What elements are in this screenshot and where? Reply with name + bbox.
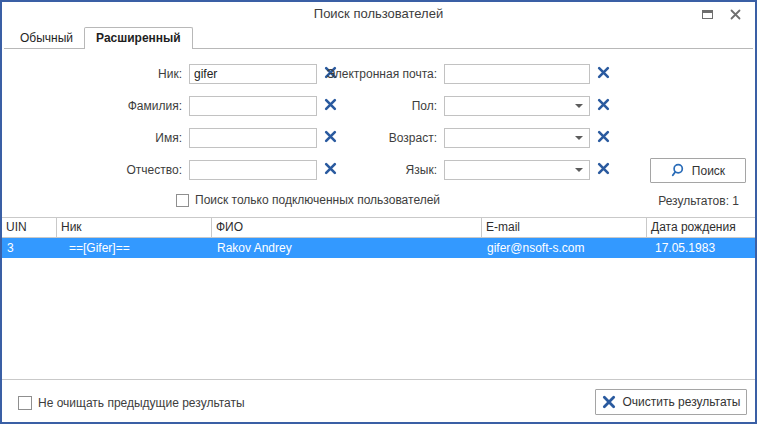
nick-label: Ник: [42, 64, 182, 84]
keep-results-label: Не очищать предыдущие результаты [38, 396, 245, 411]
titlebar: Поиск пользователей [2, 2, 755, 27]
cell-nick: ==[Gifer]== [57, 238, 212, 258]
close-button[interactable] [725, 6, 745, 23]
close-icon [730, 9, 741, 20]
chevron-down-icon[interactable] [575, 168, 583, 172]
language-label: Язык: [297, 160, 437, 180]
search-button[interactable]: Поиск [650, 158, 746, 183]
gender-label: Пол: [297, 96, 437, 116]
footer-separator [2, 379, 755, 380]
cell-uin: 3 [2, 238, 57, 258]
results-table-header: UIN Ник ФИО E-mail Дата рождения [2, 217, 755, 238]
x-icon [597, 98, 610, 111]
search-button-label: Поиск [692, 164, 725, 178]
result-row-selected[interactable]: 3 ==[Gifer]== Rakov Andrey gifer@nsoft-s… [2, 238, 755, 258]
results-count: Результатов: 1 [658, 194, 739, 208]
x-icon [597, 66, 610, 79]
user-search-window: Поиск пользователей Обычный Расширенный … [0, 0, 757, 424]
age-label: Возраст: [297, 128, 437, 148]
surname-label: Фамилия: [42, 96, 182, 116]
maximize-button[interactable] [697, 6, 717, 23]
column-header-nick[interactable]: Ник [57, 218, 212, 237]
connected-only-label: Поиск только подключенных пользователей [195, 193, 440, 208]
connected-only-checkbox[interactable] [176, 194, 189, 207]
clear-results-button[interactable]: Очистить результаты [595, 389, 747, 415]
keep-results-checkbox[interactable] [18, 396, 32, 410]
maximize-icon [702, 10, 713, 19]
chevron-down-icon[interactable] [575, 136, 583, 140]
clear-results-label: Очистить результаты [623, 395, 741, 409]
x-icon [602, 395, 616, 409]
email-input[interactable] [444, 64, 590, 84]
clear-age-button[interactable] [595, 130, 611, 146]
clear-email-button[interactable] [595, 66, 611, 82]
language-select[interactable] [444, 160, 590, 180]
clear-gender-button[interactable] [595, 98, 611, 114]
firstname-label: Имя: [42, 128, 182, 148]
chevron-down-icon[interactable] [575, 104, 583, 108]
x-icon [597, 162, 610, 175]
cell-birthdate: 17.05.1983 [647, 238, 755, 258]
cell-fio: Rakov Andrey [212, 238, 482, 258]
column-header-birthdate[interactable]: Дата рождения [647, 218, 755, 237]
clear-language-button[interactable] [595, 162, 611, 178]
tabstrip: Обычный Расширенный [4, 27, 753, 49]
age-select[interactable] [444, 128, 590, 148]
column-header-uin[interactable]: UIN [2, 218, 57, 237]
x-icon [597, 130, 610, 143]
gender-select[interactable] [444, 96, 590, 116]
patronymic-label: Отчество: [42, 160, 182, 180]
email-label: Электронная почта: [297, 64, 437, 84]
cell-email: gifer@nsoft-s.com [482, 238, 647, 258]
tab-normal[interactable]: Обычный [9, 28, 84, 48]
magnifier-icon [671, 163, 686, 178]
column-header-fio[interactable]: ФИО [212, 218, 482, 237]
window-title: Поиск пользователей [2, 2, 755, 26]
column-header-email[interactable]: E-mail [482, 218, 647, 237]
tab-advanced[interactable]: Расширенный [84, 27, 193, 49]
